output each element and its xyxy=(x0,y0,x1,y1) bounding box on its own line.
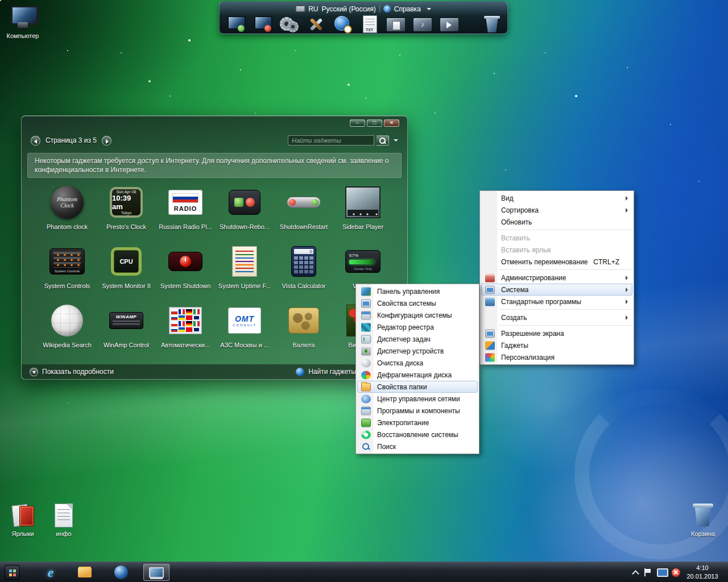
taskbar-browser-button[interactable] xyxy=(111,564,131,581)
gadget-russian-radio[interactable]: RADIORussian Radio Pl... xyxy=(156,181,215,240)
context-menu-item[interactable]: Сортировка xyxy=(481,204,632,216)
gadget-icon-slot xyxy=(51,302,83,339)
gadget-icon-slot: PhantomClock xyxy=(51,184,84,221)
computer-icon xyxy=(9,5,36,31)
system-submenu-item[interactable]: Поиск xyxy=(357,440,478,452)
folder-media-icon[interactable] xyxy=(439,15,460,33)
system-submenu-item[interactable]: Панель управления xyxy=(357,285,478,297)
clock-date: 20.01.2013 xyxy=(682,572,722,581)
gadget-prestos-clock[interactable]: Sun Apr 0810:39 amTokyoPresto's Clock xyxy=(97,181,156,240)
monitor-red-badge-icon[interactable] xyxy=(252,15,272,33)
txt-document-icon[interactable]: TXT xyxy=(359,15,379,33)
gadget-vista-calculator[interactable]: 0Vista Calculator xyxy=(274,240,333,300)
taskbar-active-window-button[interactable] xyxy=(143,564,169,581)
gadget-window-titlebar[interactable]: – □ ✕ xyxy=(22,116,407,132)
context-menu-item[interactable]: Система xyxy=(481,284,632,296)
gadget-system-monitor[interactable]: CPUSystem Monitor II xyxy=(97,240,156,300)
gadget-system-shutdown[interactable]: System Shutdown xyxy=(156,240,215,300)
taskbar-clock[interactable]: 4:10 20.01.2013 xyxy=(682,564,722,581)
recycle-bin-icon[interactable] xyxy=(481,15,502,33)
flag-tile xyxy=(179,309,185,314)
search-scope-chevron-icon[interactable] xyxy=(394,139,398,142)
gadget-label: System Controls xyxy=(44,282,90,289)
taskbar-explorer-button[interactable] xyxy=(75,564,94,581)
system-submenu-item[interactable]: Центр управления сетями xyxy=(357,393,478,405)
system-submenu-item[interactable]: Восстановление системы xyxy=(357,429,478,440)
system-submenu-item[interactable]: Свойства папки xyxy=(357,381,478,393)
system-submenu-item[interactable]: Диспетчер устройств xyxy=(357,345,478,357)
gadget-currency[interactable]: Валюта xyxy=(274,300,333,359)
context-menu-label: Стандартные программы xyxy=(501,298,581,306)
system-submenu-item[interactable]: Дефрагментация диска xyxy=(357,369,478,381)
globe-clock-icon[interactable] xyxy=(332,15,353,33)
icon-text: TXT xyxy=(363,28,376,32)
system-shutdown-icon xyxy=(168,252,202,271)
gadget-azs-moscow[interactable]: OMTCONSULTАЗС Москвы и ... xyxy=(215,300,274,359)
context-menu-item[interactable]: Отменить переименованиеCTRL+Z xyxy=(481,256,632,268)
display-tray-icon[interactable] xyxy=(657,568,666,576)
tools-icon[interactable] xyxy=(305,15,326,33)
search-icon xyxy=(361,442,371,451)
context-menu-label: Вид xyxy=(501,194,514,202)
chevron-down-icon[interactable] xyxy=(427,8,431,10)
page-back-button[interactable] xyxy=(31,136,40,146)
search-icon[interactable] xyxy=(377,135,389,146)
gadget-search-input[interactable] xyxy=(288,135,374,146)
system-submenu-item[interactable]: Диспетчер задач xyxy=(357,333,478,345)
maximize-button[interactable]: □ xyxy=(367,119,382,127)
system-submenu-item[interactable]: Программы и компоненты xyxy=(357,405,478,417)
flag-tile xyxy=(171,315,177,321)
page-forward-button[interactable] xyxy=(102,136,111,146)
system-submenu-item[interactable]: Электропитание xyxy=(357,417,478,429)
folder-options-icon xyxy=(361,383,371,391)
system-submenu-label: Программы и компоненты xyxy=(377,407,460,415)
system-submenu-item[interactable]: Свойства системы xyxy=(357,297,478,309)
gadget-sidebar-player[interactable]: Sidebar Player xyxy=(333,181,392,240)
context-menu-item[interactable]: Администрирование xyxy=(481,272,632,284)
find-gadgets-online-link[interactable]: Найти гаджеты... xyxy=(296,368,362,376)
gadget-system-controls[interactable]: System ControlsSystem Controls xyxy=(38,240,97,300)
start-button[interactable] xyxy=(5,565,20,580)
taskbar-internet-explorer-button[interactable] xyxy=(41,564,60,581)
programs-features-icon xyxy=(361,406,371,415)
language-bar[interactable]: RU Русский (Россия) ? Справка xyxy=(296,3,431,14)
network-error-icon[interactable] xyxy=(672,568,680,577)
desktop-icon-shortcuts[interactable]: Ярлыки xyxy=(0,502,46,537)
folder-music-icon[interactable] xyxy=(412,15,433,33)
folder-documents-icon[interactable] xyxy=(386,15,406,33)
context-menu-item[interactable]: Вид xyxy=(481,192,632,204)
context-menu-item[interactable]: Гаджеты xyxy=(481,339,632,351)
show-details-button[interactable]: Показать подробности xyxy=(30,368,114,376)
gadget-shutdown-reboot[interactable]: Shutdown-Rebo... xyxy=(215,181,274,240)
context-menu-item[interactable]: Обновить xyxy=(481,216,632,228)
context-menu-item[interactable]: Разрешение экрана xyxy=(481,327,632,339)
gadget-flags-auto[interactable]: Автоматически... xyxy=(156,300,215,359)
gadget-label: Sidebar Player xyxy=(342,223,383,230)
context-menu-item[interactable]: Персонализация xyxy=(481,351,632,363)
tray-chevron-up-icon[interactable] xyxy=(632,569,638,575)
system-submenu-item[interactable]: Редактор реестра xyxy=(357,321,478,333)
gadget-system-uptime[interactable]: System Uptime F... xyxy=(215,240,274,300)
monitor-green-badge-icon[interactable] xyxy=(225,15,246,33)
context-menu-label: Персонализация xyxy=(501,354,555,361)
desktop-icon-computer[interactable]: Компьютер xyxy=(0,5,46,39)
context-menu-item[interactable]: Стандартные программы xyxy=(481,296,632,307)
gadget-wikipedia-search[interactable]: Wikipedia Search xyxy=(38,300,97,359)
gadget-winamp-control[interactable]: WINAMPWinAmp Control xyxy=(97,300,156,359)
gadget-shutdown-restart[interactable]: ShutdownRestart xyxy=(274,181,333,240)
gears-icon[interactable] xyxy=(279,15,299,33)
system-submenu-item[interactable]: Очистка диска xyxy=(357,357,478,369)
context-menu-label: Система xyxy=(501,286,528,294)
help-label[interactable]: Справка xyxy=(394,5,421,13)
desktop-icon-recycle-bin[interactable]: Корзина xyxy=(680,502,726,537)
minimize-button[interactable]: – xyxy=(350,119,365,127)
action-center-flag-icon[interactable] xyxy=(644,568,651,576)
desktop-icon-info[interactable]: инфо xyxy=(41,502,86,537)
system-submenu-item[interactable]: Конфигурация системы xyxy=(357,309,478,321)
flag-tile xyxy=(193,315,200,321)
flag-tile xyxy=(171,309,177,314)
gadget-phantom-clock[interactable]: PhantomClockPhantom clock xyxy=(38,181,97,240)
close-button[interactable]: ✕ xyxy=(384,119,399,127)
device-manager-icon xyxy=(361,347,371,355)
context-menu-item[interactable]: Создать xyxy=(481,311,632,323)
